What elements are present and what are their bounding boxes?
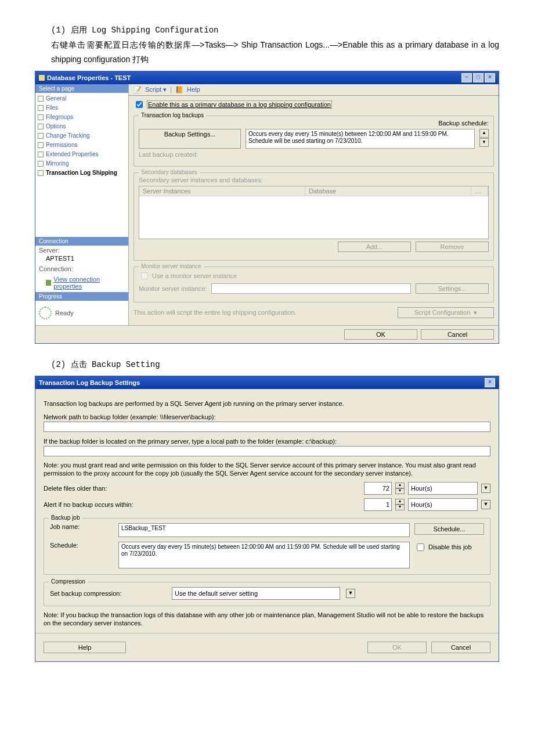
delete-older-value[interactable] — [364, 482, 392, 495]
use-monitor-checkbox[interactable] — [141, 272, 148, 279]
script-note: This action will script the entire log s… — [134, 309, 393, 316]
alert-value[interactable] — [364, 498, 392, 511]
view-connection-properties-text: View connection properties — [53, 276, 125, 290]
page-filegroups[interactable]: Filegroups — [35, 113, 128, 122]
backup-settings-dialog: Transaction Log Backup Settings × Transa… — [35, 376, 499, 662]
backup-job-legend: Backup job — [49, 514, 82, 521]
page-permissions[interactable]: Permissions — [35, 141, 128, 150]
close-button[interactable]: × — [485, 73, 495, 82]
tx-log-backups-group: Transaction log backups Backup schedule:… — [134, 116, 494, 167]
app-icon — [39, 75, 45, 81]
help-button[interactable]: Help — [187, 86, 200, 93]
local-path-label: If the backup folder is located on the p… — [44, 438, 490, 445]
job-name-label: Job name: — [50, 523, 114, 530]
monitor-group: Monitor server instance Use a monitor se… — [134, 267, 494, 303]
backup-job-group: Backup job Job name: LSBackup_TEST Sched… — [44, 518, 490, 575]
schedule-button[interactable]: Schedule... — [414, 523, 484, 535]
page-files[interactable]: Files — [35, 103, 128, 113]
network-path-label: Network path to backup folder (example: … — [44, 413, 490, 420]
alert-up[interactable]: ▲ — [395, 499, 405, 505]
doc-step1-desc: 右键单击需要配置日志传输的数据库—>Tasks—> Ship Transacti… — [35, 38, 499, 67]
remove-button[interactable]: Remove — [416, 242, 489, 252]
script-dropdown[interactable]: Script ▾ — [145, 86, 167, 93]
schedule-scroll-up[interactable]: ▲ — [479, 129, 489, 138]
help-icon: 📙 — [175, 86, 183, 93]
monitor-input[interactable] — [211, 283, 411, 294]
use-monitor-label: Use a monitor server instance — [152, 272, 237, 279]
connection-header: Connection — [35, 237, 128, 246]
page-general[interactable]: General — [35, 94, 128, 103]
schedule-scroll-down[interactable]: ▼ — [479, 138, 489, 147]
intro-text: Transaction log backups are performed by… — [44, 399, 490, 408]
server-value: APTEST1 — [35, 255, 128, 264]
dialog-title: Database Properties - TEST — [47, 74, 131, 81]
disable-job-checkbox[interactable] — [417, 543, 424, 551]
last-backup-label: Last backup created: — [139, 151, 198, 158]
maximize-button[interactable]: □ — [473, 73, 484, 82]
enable-primary-checkbox[interactable] — [136, 101, 143, 108]
monitor-settings-button[interactable]: Settings... — [416, 283, 489, 294]
minimize-button[interactable]: – — [461, 73, 472, 82]
col-server-instances[interactable]: Server Instances — [139, 186, 305, 196]
connection-label: Connection: — [35, 264, 128, 273]
disable-job-label: Disable this job — [428, 543, 472, 550]
ok-button-2[interactable]: OK — [367, 642, 427, 653]
ok-button[interactable]: OK — [344, 329, 417, 340]
dialog2-title: Transaction Log Backup Settings — [39, 379, 140, 386]
secondary-table: Server Instances Database … — [139, 186, 489, 239]
close-button-2[interactable]: × — [485, 378, 495, 387]
alert-down[interactable]: ▼ — [395, 505, 405, 510]
view-connection-properties-link[interactable]: View connection properties — [35, 273, 128, 292]
cancel-button[interactable]: Cancel — [421, 329, 494, 340]
alert-label: Alert if no backup occurs within: — [44, 501, 177, 508]
help-button[interactable]: Help — [44, 642, 126, 653]
monitor-legend: Monitor server instance — [139, 263, 204, 269]
delete-older-up[interactable]: ▲ — [395, 483, 405, 488]
title-bar-2[interactable]: Transaction Log Backup Settings × — [35, 376, 499, 389]
backup-schedule-label: Backup schedule: — [438, 120, 489, 127]
page-extended-properties[interactable]: Extended Properties — [35, 150, 128, 159]
alert-unit-dropdown[interactable]: ▼ — [481, 500, 490, 509]
page-change-tracking[interactable]: Change Tracking — [35, 131, 128, 141]
page-mirroring[interactable]: Mirroring — [35, 159, 128, 168]
schedule-value: Occurs every day every 15 minute(s) betw… — [118, 542, 410, 568]
alert-unit[interactable]: Hour(s) — [408, 498, 478, 511]
progress-text: Ready — [55, 309, 74, 316]
compression-group: Compression Set backup compression: Use … — [44, 582, 490, 606]
tx-log-backups-legend: Transaction log backups — [139, 112, 206, 118]
select-page-header: Select a page — [35, 84, 128, 93]
local-path-input[interactable] — [44, 446, 490, 456]
page-transaction-log-shipping[interactable]: Transaction Log Shipping — [35, 168, 128, 178]
doc-step1-title: (1) 启用 Log Shipping Configuration — [35, 23, 499, 38]
server-label: Server: — [35, 246, 128, 255]
secondary-db-group: Secondary databases Secondary server ins… — [134, 172, 494, 261]
compression-dropdown-arrow[interactable]: ▼ — [346, 589, 355, 598]
script-icon: 📝 — [134, 86, 142, 93]
delete-older-label: Delete files older than: — [44, 485, 177, 492]
backup-settings-button[interactable]: Backup Settings... — [139, 129, 241, 149]
compression-label: Set backup compression: — [50, 590, 166, 597]
compression-select[interactable]: Use the default server setting — [172, 587, 340, 600]
enable-primary-label: Enable this as a primary database in a l… — [147, 100, 332, 109]
delete-older-unit-text: Hour(s) — [411, 485, 432, 492]
compression-value: Use the default server setting — [175, 590, 258, 597]
add-button[interactable]: Add... — [338, 242, 411, 252]
page-options[interactable]: Options — [35, 122, 128, 131]
title-bar[interactable]: Database Properties - TEST – □ × — [35, 71, 499, 84]
delete-unit-dropdown[interactable]: ▼ — [481, 484, 490, 493]
delete-older-down[interactable]: ▼ — [395, 488, 405, 494]
progress-header: Progress — [35, 292, 128, 301]
page-list: General Files Filegroups Options Change … — [35, 93, 128, 179]
schedule-label: Schedule: — [50, 542, 114, 549]
permission-note: Note: you must grant read and write perm… — [44, 461, 490, 477]
compression-legend: Compression — [49, 578, 88, 585]
job-name-value[interactable]: LSBackup_TEST — [118, 523, 410, 537]
progress-icon — [39, 307, 52, 319]
col-action[interactable]: … — [471, 186, 488, 196]
script-configuration-button[interactable]: Script Configuration▾ — [398, 307, 494, 318]
cancel-button-2[interactable]: Cancel — [431, 642, 490, 653]
network-path-input[interactable] — [44, 422, 490, 432]
delete-older-unit[interactable]: Hour(s) — [408, 482, 478, 495]
col-database[interactable]: Database — [305, 186, 471, 196]
db-properties-dialog: Database Properties - TEST – □ × Select … — [35, 71, 499, 344]
